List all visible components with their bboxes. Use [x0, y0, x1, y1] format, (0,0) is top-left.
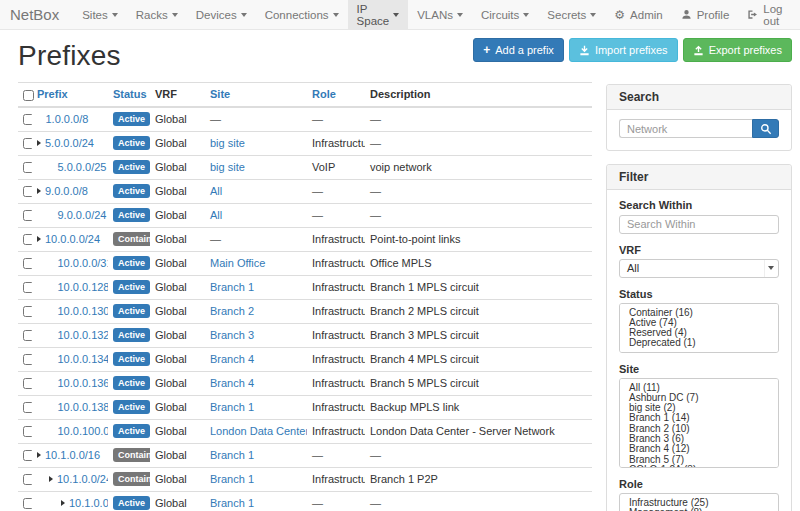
vrf-select[interactable]: All [619, 259, 779, 278]
site-link[interactable]: Branch 1 [210, 281, 254, 293]
prefix-link[interactable]: 10.0.0.132/31 [58, 329, 109, 341]
row-checkbox[interactable] [23, 474, 32, 485]
column-sort-link[interactable]: Status [113, 88, 147, 100]
row-checkbox[interactable] [23, 402, 32, 413]
nav-item-vlans[interactable]: VLANs [408, 0, 472, 29]
vrf-label: Global [155, 257, 187, 269]
prefix-link[interactable]: 9.0.0.0/24 [58, 209, 107, 221]
prefix-link[interactable]: 9.0.0.0/8 [45, 185, 88, 197]
prefix-link[interactable]: 5.0.0.0/25 [58, 161, 107, 173]
site-link[interactable]: All [210, 209, 222, 221]
expand-caret-icon[interactable] [37, 236, 41, 242]
row-checkbox[interactable] [23, 306, 32, 317]
page-title: Prefixes [18, 40, 121, 72]
prefix-link[interactable]: 1.0.0.0/8 [46, 113, 89, 125]
prefix-link[interactable]: 10.1.0.0/24 [57, 473, 108, 485]
site-link[interactable]: Branch 3 [210, 329, 254, 341]
row-checkbox[interactable] [23, 258, 32, 269]
table-row: 10.0.0.132/31ActiveGlobalBranch 3Infrast… [18, 323, 592, 347]
nav-link-admin[interactable]: ⚙Admin [605, 0, 671, 29]
prefix-link[interactable]: 10.0.0.0/31 [58, 257, 109, 269]
column-sort-link[interactable]: Role [312, 88, 336, 100]
status-listbox[interactable]: Container (16)Active (74)Reserved (4)Dep… [619, 303, 779, 353]
site-link[interactable]: big site [210, 137, 245, 149]
column-header-prefix[interactable]: Prefix [32, 83, 108, 107]
row-checkbox[interactable] [23, 186, 32, 197]
nav-link-profile[interactable]: Profile [672, 0, 739, 29]
prefix-cell: 10.0.0.128/31 [32, 275, 108, 299]
expand-caret-icon[interactable] [37, 452, 41, 458]
prefix-link[interactable]: 10.0.0.130/31 [58, 305, 109, 317]
row-checkbox[interactable] [23, 138, 32, 149]
expand-caret-icon[interactable] [49, 476, 53, 482]
app-brand[interactable]: NetBox [0, 0, 73, 29]
row-checkbox[interactable] [23, 282, 32, 293]
row-checkbox[interactable] [23, 210, 32, 221]
expand-caret-icon[interactable] [37, 140, 41, 146]
column-header-site[interactable]: Site [205, 83, 307, 107]
nav-item-connections[interactable]: Connections [256, 0, 348, 29]
row-checkbox[interactable] [23, 450, 32, 461]
prefix-link[interactable]: 10.1.0.0/16 [45, 449, 100, 461]
prefix-link[interactable]: 10.1.0.0/25 [69, 497, 108, 509]
import-prefixes-button[interactable]: Import prefixes [569, 38, 678, 62]
site-link[interactable]: Branch 2 [210, 305, 254, 317]
export-prefixes-button[interactable]: Export prefixes [683, 38, 792, 62]
site-link[interactable]: Branch 1 [210, 449, 254, 461]
row-checkbox[interactable] [23, 234, 32, 245]
column-header-role[interactable]: Role [307, 83, 365, 107]
search-input[interactable] [619, 119, 752, 138]
prefix-link[interactable]: 10.0.0.0/24 [45, 233, 100, 245]
row-checkbox[interactable] [23, 426, 32, 437]
column-header-status[interactable]: Status [108, 83, 150, 107]
status-badge: Active [113, 136, 150, 150]
site-link[interactable]: Branch 1 [210, 473, 254, 485]
nav-item-sites[interactable]: Sites [73, 0, 127, 29]
row-checkbox[interactable] [23, 378, 32, 389]
site-link[interactable]: Branch 1 [210, 401, 254, 413]
prefix-link[interactable]: 10.0.0.136/31 [58, 377, 109, 389]
vrf-label: Global [155, 113, 187, 125]
prefix-link[interactable]: 10.0.100.0/24 [58, 425, 109, 437]
nav-item-devices[interactable]: Devices [187, 0, 256, 29]
row-checkbox[interactable] [23, 498, 32, 509]
vrf-cell: Global [150, 179, 205, 203]
site-link[interactable]: Main Office [210, 257, 265, 269]
prefix-link[interactable]: 10.0.0.134/31 [58, 353, 109, 365]
row-checkbox[interactable] [23, 162, 32, 173]
prefix-link[interactable]: 10.0.0.128/31 [58, 281, 109, 293]
nav-item-racks[interactable]: Racks [127, 0, 187, 29]
column-sort-link[interactable]: Prefix [37, 88, 68, 100]
row-checkbox[interactable] [23, 354, 32, 365]
row-checkbox[interactable] [23, 114, 32, 125]
nav-link-label: Profile [697, 9, 730, 21]
vrf-label: Global [155, 473, 187, 485]
prefix-cell-content: 10.0.0.136/31 [37, 377, 103, 389]
site-link[interactable]: Branch 4 [210, 353, 254, 365]
listbox-option[interactable]: COLO-1-2A (3) [629, 465, 776, 468]
site-link[interactable]: London Data Center [210, 425, 307, 437]
nav-item-secrets[interactable]: Secrets [538, 0, 605, 29]
nav-link-log-out[interactable]: Log out [738, 0, 794, 29]
chevron-down-icon [523, 13, 529, 17]
vrf-label: Global [155, 209, 187, 221]
row-checkbox[interactable] [23, 330, 32, 341]
expand-caret-icon[interactable] [37, 188, 41, 194]
prefix-link[interactable]: 5.0.0.0/24 [45, 137, 94, 149]
role-listbox[interactable]: Infrastructure (25)Management (8)Private… [619, 493, 779, 511]
site-link[interactable]: All [210, 185, 222, 197]
column-sort-link[interactable]: Site [210, 88, 230, 100]
search-within-input[interactable] [619, 215, 779, 234]
site-link[interactable]: big site [210, 161, 245, 173]
listbox-option[interactable]: Deprecated (1) [629, 338, 776, 348]
search-button[interactable] [752, 119, 779, 138]
site-link[interactable]: Branch 4 [210, 377, 254, 389]
select-all-checkbox[interactable] [23, 90, 34, 101]
prefix-link[interactable]: 10.0.0.138/31 [58, 401, 109, 413]
site-link[interactable]: Branch 1 [210, 497, 254, 509]
nav-item-ip-space[interactable]: IP Space [348, 0, 409, 29]
nav-item-circuits[interactable]: Circuits [472, 0, 538, 29]
expand-caret-icon[interactable] [61, 500, 65, 506]
add-a-prefix-button[interactable]: +Add a prefix [473, 38, 564, 62]
site-listbox[interactable]: All (11)Ashburn DC (7)big site (2)Branch… [619, 378, 779, 468]
